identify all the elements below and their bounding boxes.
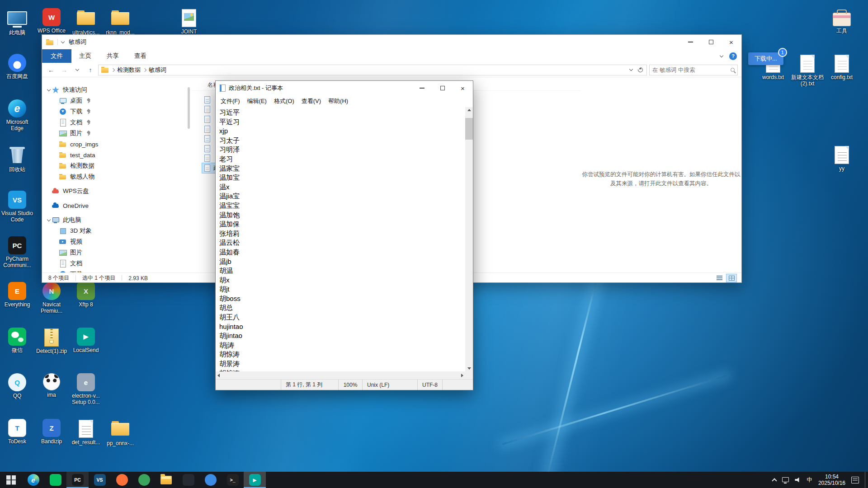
- vertical-scrollbar-thumb[interactable]: [465, 118, 473, 140]
- menu-format[interactable]: 格式(O): [270, 97, 298, 105]
- address-dropdown-icon[interactable]: [629, 67, 633, 71]
- explorer-close-button[interactable]: ×: [721, 35, 741, 49]
- input-method-indicator[interactable]: 中: [807, 476, 812, 484]
- notepad-maximize-button[interactable]: [432, 81, 453, 95]
- scroll-left-icon[interactable]: [217, 374, 220, 377]
- sidebar-item-quick-access[interactable]: 快速访问: [42, 84, 191, 95]
- desktop-icon-pycharm[interactable]: PCPyCharm Communi...: [0, 236, 34, 268]
- tab-home[interactable]: 主页: [71, 49, 99, 63]
- history-dropdown-button[interactable]: [72, 65, 83, 75]
- up-button[interactable]: ↑: [85, 65, 96, 75]
- desktop-icon-pp-onnx[interactable]: pp_onnx-...: [103, 419, 137, 446]
- network-icon[interactable]: [782, 477, 789, 482]
- desktop-icon-navicat[interactable]: NNavicat Premiu...: [34, 282, 69, 314]
- taskbar-wechat-button[interactable]: [44, 472, 66, 488]
- scroll-up-icon[interactable]: [467, 109, 471, 111]
- tab-file[interactable]: 文件: [42, 49, 71, 63]
- clock[interactable]: 10:54 2025/10/16: [818, 474, 845, 486]
- tab-view[interactable]: 查看: [127, 49, 154, 63]
- large-icons-view-button[interactable]: [726, 274, 737, 282]
- desktop-icon-xftp[interactable]: XXftp 8: [69, 282, 103, 308]
- menu-edit[interactable]: 编辑(E): [244, 97, 270, 105]
- desktop-icon-electron-setup[interactable]: eelectron-v... Setup 0.0...: [69, 373, 103, 405]
- sidebar-item-documents-2[interactable]: 文档: [42, 258, 191, 269]
- sidebar-item-pictures-2[interactable]: 图片: [42, 247, 191, 258]
- desktop-icon-baidu-netdisk[interactable]: 百度网盘: [0, 54, 34, 80]
- notepad-text-area[interactable]: 习近平平近习xjp习太子习明泽老习温家宝温加宝温x温jia宝温宝宝温加饱温加保张…: [216, 107, 473, 379]
- scroll-right-icon[interactable]: [461, 374, 463, 377]
- scroll-down-icon[interactable]: [467, 367, 471, 370]
- vertical-scrollbar[interactable]: [465, 107, 473, 371]
- desktop-icon-rknn-model[interactable]: rknn_mod...: [103, 8, 137, 36]
- taskbar-dark-app-button[interactable]: [177, 472, 199, 488]
- download-indicator[interactable]: 下载中... 1: [748, 52, 783, 65]
- help-icon[interactable]: ?: [729, 52, 737, 60]
- desktop-icon-this-pc[interactable]: 此电脑: [0, 8, 34, 36]
- breadcrumb[interactable]: 检测数据 敏感词: [98, 65, 647, 75]
- volume-icon[interactable]: [795, 477, 801, 483]
- breadcrumb-segment-current[interactable]: 敏感词: [149, 66, 166, 74]
- desktop-icon-recycle-bin[interactable]: 回收站: [0, 145, 34, 173]
- desktop-icon-bandizip[interactable]: ZBandizip: [34, 419, 69, 445]
- sidebar-item-objects-3d[interactable]: 3D 对象: [42, 225, 191, 236]
- notepad-minimize-button[interactable]: [412, 81, 432, 95]
- sidebar-scrollbar[interactable]: [186, 77, 191, 272]
- taskbar-start-button[interactable]: [0, 472, 22, 488]
- tab-share[interactable]: 共享: [99, 49, 127, 63]
- refresh-icon[interactable]: [637, 66, 644, 73]
- explorer-maximize-button[interactable]: [701, 35, 721, 49]
- desktop-icon-tools[interactable]: 工具: [825, 8, 859, 34]
- hidden-icons-chevron-icon[interactable]: [772, 478, 777, 483]
- desktop-icon-detect-zip[interactable]: Detect(1).zip: [34, 328, 69, 354]
- desktop-icon-yy[interactable]: yy: [825, 145, 859, 172]
- sidebar-item-downloads-2[interactable]: 下载: [42, 269, 191, 272]
- desktop-icon-wps-office[interactable]: WWPS Office: [34, 8, 69, 34]
- breadcrumb-segment-parent[interactable]: 检测数据: [117, 66, 141, 74]
- sidebar-item-this-pc[interactable]: 此电脑: [42, 215, 191, 225]
- desktop-icon-todesk[interactable]: TToDesk: [0, 419, 34, 445]
- notepad-titlebar[interactable]: 政治相关.txt - 记事本 ×: [216, 81, 473, 95]
- sidebar-item-test-data[interactable]: test_data: [42, 150, 191, 160]
- menu-view[interactable]: 查看(V): [298, 97, 325, 105]
- explorer-titlebar[interactable]: 敏感词 ×: [42, 35, 741, 49]
- desktop-icon-qq[interactable]: QQQ: [0, 373, 34, 399]
- taskbar-edge-button[interactable]: e: [22, 472, 44, 488]
- search-input[interactable]: [652, 67, 729, 73]
- show-desktop-button[interactable]: [865, 472, 867, 488]
- taskbar-vscode-button[interactable]: VS: [89, 472, 111, 488]
- details-view-button[interactable]: [714, 274, 725, 282]
- desktop-icon-config-txt[interactable]: config.txt: [825, 54, 859, 80]
- sidebar-item-downloads[interactable]: 下载: [42, 106, 191, 117]
- desktop-icon-det-result[interactable]: det_result...: [69, 419, 103, 446]
- horizontal-scrollbar[interactable]: [216, 371, 465, 379]
- forward-button[interactable]: →: [59, 65, 70, 75]
- notepad-close-button[interactable]: ×: [453, 81, 473, 95]
- desktop-icon-vscode[interactable]: VSVisual Studio Code: [0, 191, 34, 223]
- back-button[interactable]: ←: [46, 65, 57, 75]
- desktop-icon-new-text-doc-2[interactable]: 新建文本文档 (2).txt: [790, 54, 825, 87]
- taskbar-pycharm-button[interactable]: PC: [66, 472, 89, 488]
- ribbon-collapse-icon[interactable]: [720, 53, 723, 57]
- taskbar-file-explorer-button[interactable]: [155, 472, 177, 488]
- sidebar-item-detection-data[interactable]: 检测数据: [42, 160, 191, 171]
- taskbar-blue-app-button[interactable]: [199, 472, 222, 488]
- sidebar-item-documents[interactable]: 文档: [42, 117, 191, 128]
- sidebar-item-onedrive[interactable]: OneDrive: [42, 200, 191, 211]
- menu-help[interactable]: 帮助(H): [325, 97, 352, 105]
- qat-customize-chevron-icon[interactable]: [61, 39, 65, 43]
- desktop-icon-wechat[interactable]: 微信: [0, 328, 34, 353]
- sidebar-item-sensitive-people[interactable]: 敏感人物: [42, 171, 191, 182]
- taskbar-terminal-button[interactable]: >_: [222, 472, 244, 488]
- desktop-icon-ima[interactable]: ima: [34, 373, 69, 398]
- taskbar-green-app-button[interactable]: [133, 472, 155, 488]
- action-center-icon[interactable]: [851, 477, 859, 483]
- scrollbar-thumb[interactable]: [188, 87, 190, 129]
- taskbar-firefox-button[interactable]: [111, 472, 133, 488]
- sidebar-item-pictures[interactable]: 图片: [42, 128, 191, 139]
- sidebar-item-wps-cloud[interactable]: WPS云盘: [42, 186, 191, 197]
- sidebar-item-desktop[interactable]: 桌面: [42, 95, 191, 106]
- desktop-icon-localsend[interactable]: ▶LocalSend: [69, 328, 103, 353]
- desktop-icon-ultralytics[interactable]: ultralytics...: [69, 8, 103, 36]
- sidebar-item-videos[interactable]: 视频: [42, 236, 191, 247]
- taskbar-localsend-button[interactable]: ▶: [244, 472, 266, 488]
